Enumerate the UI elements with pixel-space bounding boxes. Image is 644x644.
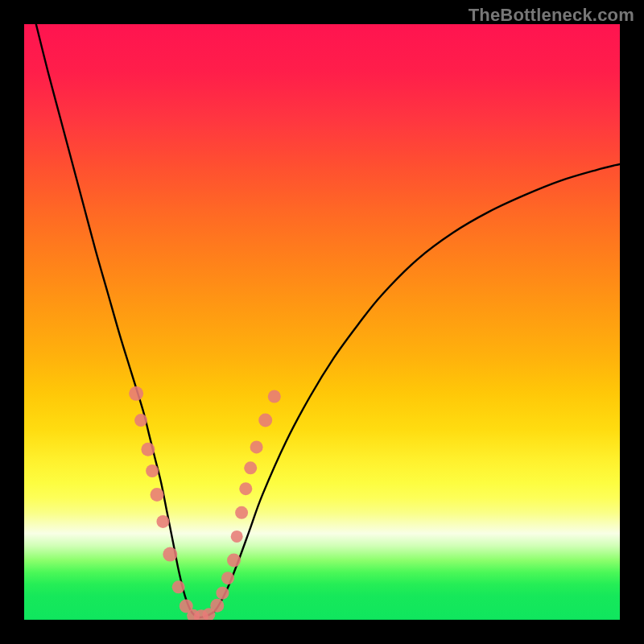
- score-marker-19: [244, 461, 257, 474]
- score-marker-7: [172, 580, 185, 593]
- score-marker-22: [268, 390, 281, 403]
- score-marker-13: [216, 587, 229, 600]
- score-marker-12: [210, 599, 224, 613]
- score-markers-group: [129, 386, 281, 620]
- score-marker-6: [163, 547, 177, 562]
- score-marker-17: [235, 506, 248, 519]
- score-marker-5: [156, 515, 169, 528]
- score-marker-4: [151, 488, 164, 502]
- score-marker-14: [221, 572, 234, 584]
- score-marker-21: [258, 414, 272, 427]
- score-marker-16: [231, 530, 243, 543]
- watermark-text: TheBottleneck.com: [469, 5, 634, 26]
- score-marker-1: [134, 414, 147, 427]
- score-marker-0: [129, 386, 143, 401]
- bottleneck-curve-path: [36, 24, 620, 617]
- bottleneck-curve-svg: [24, 24, 620, 620]
- chart-frame: TheBottleneck.com: [0, 0, 644, 644]
- score-marker-20: [250, 440, 263, 453]
- score-marker-2: [141, 443, 155, 456]
- score-marker-15: [227, 554, 241, 568]
- score-marker-3: [146, 464, 159, 477]
- plot-area: [24, 24, 620, 620]
- score-marker-18: [239, 482, 252, 495]
